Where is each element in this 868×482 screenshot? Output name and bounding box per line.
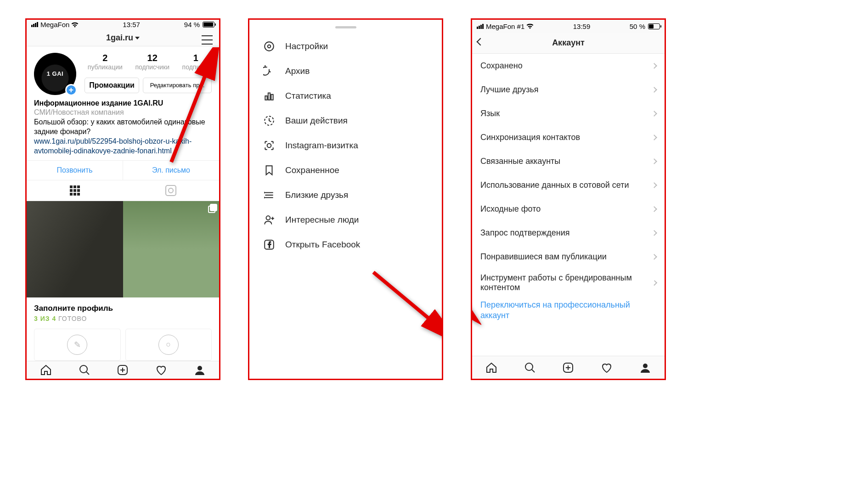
profile-header: 1gai.ru <box>27 30 219 46</box>
hamburger-menu-button[interactable] <box>202 35 213 45</box>
following-label: подписки <box>182 63 210 71</box>
posts-grid <box>27 201 219 297</box>
tab-tagged[interactable] <box>123 180 220 201</box>
screen-profile: MegaFon 13:57 94 % 1gai.ru 1 GAI + 2 пуб… <box>25 18 220 380</box>
menu-item-bookmark[interactable]: Сохраненное <box>249 158 442 183</box>
menu-item-gear[interactable]: Настройки <box>249 34 442 59</box>
signal-icon <box>31 21 39 28</box>
card-icon: ○ <box>158 335 179 355</box>
menu-item-label: Сохраненное <box>285 165 339 175</box>
settings-item[interactable]: Использование данных в сотовой сети <box>472 173 665 197</box>
svg-line-25 <box>373 272 443 341</box>
status-bar: MegaFon #1 13:59 50 % <box>472 20 665 33</box>
settings-item[interactable]: Лучшие друзья <box>472 78 665 101</box>
annotation-arrow-icon <box>369 268 443 350</box>
home-icon[interactable] <box>40 364 52 376</box>
carrier-label: MegaFon <box>40 21 69 28</box>
post-thumbnail[interactable] <box>123 201 220 297</box>
settings-item[interactable]: Понравившиеся вам публикации <box>472 245 665 269</box>
back-button[interactable] <box>477 38 485 46</box>
stats-icon <box>263 90 275 102</box>
settings-item[interactable]: Инструмент работы с брендированным конте… <box>472 269 665 297</box>
settings-header: Аккаунт <box>472 33 665 54</box>
following-count: 1 <box>182 53 210 63</box>
settings-item-label: Исходные фото <box>480 204 541 214</box>
complete-card[interactable]: ✎ <box>34 329 121 361</box>
svg-rect-11 <box>268 93 270 100</box>
chevron-right-icon <box>651 111 657 117</box>
bio-link[interactable]: www.1gai.ru/publ/522954-bolshoj-obzor-u-… <box>34 137 212 156</box>
menu-item-closefriends[interactable]: Близкие друзья <box>249 183 442 207</box>
archive-icon <box>263 65 275 77</box>
avatar[interactable]: 1 GAI + <box>34 53 76 95</box>
promotions-button[interactable]: Промоакции <box>85 78 139 93</box>
settings-item-label: Язык <box>480 109 500 118</box>
menu-item-nametag[interactable]: Instagram-визитка <box>249 133 442 158</box>
menu-item-facebook[interactable]: Открыть Facebook <box>249 232 442 257</box>
discover-icon <box>263 214 275 226</box>
status-bar: MegaFon 13:57 94 % <box>27 20 219 30</box>
bio-section: Информационное издание 1GAI.RU СМИ/Новос… <box>27 93 219 156</box>
activity-heart-icon[interactable] <box>155 364 167 376</box>
settings-item[interactable]: Исходные фото <box>472 197 665 221</box>
search-icon[interactable] <box>524 362 536 374</box>
add-story-icon[interactable]: + <box>65 84 77 96</box>
followers-count: 12 <box>135 53 169 63</box>
complete-card[interactable]: ○ <box>125 329 212 361</box>
sheet-handle[interactable] <box>335 26 356 28</box>
complete-progress: 3 ИЗ 4 ГОТОВО <box>34 315 212 322</box>
username-dropdown[interactable]: 1gai.ru <box>106 33 140 43</box>
svg-point-20 <box>266 216 271 220</box>
add-post-icon[interactable] <box>562 362 574 374</box>
profile-tab-icon[interactable] <box>194 364 206 376</box>
settings-item[interactable]: Синхронизация контактов <box>472 125 665 149</box>
svg-point-5 <box>197 366 202 370</box>
battery-pct: 50 % <box>630 22 645 30</box>
email-button[interactable]: Эл. письмо <box>123 161 219 180</box>
search-icon[interactable] <box>79 364 90 376</box>
edit-profile-button[interactable]: Редактировать пр... <box>143 78 212 93</box>
chevron-right-icon <box>651 135 657 140</box>
activity-heart-icon[interactable] <box>601 362 613 374</box>
menu-item-discover[interactable]: Интересные люди <box>249 207 442 232</box>
tab-grid[interactable] <box>27 180 123 201</box>
add-post-icon[interactable] <box>117 364 129 376</box>
menu-item-label: Ваши действия <box>285 116 348 126</box>
facebook-icon <box>263 239 275 251</box>
home-icon[interactable] <box>485 362 497 374</box>
chevron-right-icon <box>651 158 657 164</box>
chevron-down-icon <box>135 37 140 39</box>
menu-item-archive[interactable]: Архив <box>249 59 442 84</box>
profile-tab-icon[interactable] <box>639 362 651 374</box>
chevron-right-icon <box>651 63 657 69</box>
nametag-icon <box>263 140 275 151</box>
chevron-right-icon <box>651 182 657 188</box>
wifi-icon <box>526 23 534 29</box>
settings-item[interactable]: Связанные аккаунты <box>472 149 665 173</box>
call-button[interactable]: Позвонить <box>27 161 123 180</box>
menu-item-label: Статистика <box>285 91 331 101</box>
username-label: 1gai.ru <box>106 33 133 43</box>
screen-menu-sheet: НастройкиАрхивСтатистикаВаши действияIns… <box>248 18 443 380</box>
closefriends-icon <box>263 189 275 201</box>
activity-icon <box>263 115 275 127</box>
settings-item[interactable]: Сохранено <box>472 54 665 78</box>
post-thumbnail[interactable] <box>27 201 123 297</box>
svg-marker-19 <box>264 196 265 198</box>
posts-count: 2 <box>88 53 123 63</box>
switch-professional-link[interactable]: Переключиться на профессиональный аккаун… <box>472 297 665 323</box>
settings-item[interactable]: Запрос подтверждения <box>472 221 665 245</box>
settings-item-label: Синхронизация контактов <box>480 133 580 142</box>
svg-point-9 <box>268 45 271 48</box>
settings-item-label: Использование данных в сотовой сети <box>480 180 629 190</box>
bookmark-icon <box>263 164 275 176</box>
complete-title: Заполните профиль <box>34 304 212 313</box>
profile-category: СМИ/Новостная компания <box>34 108 212 118</box>
menu-item-label: Открыть Facebook <box>285 240 360 250</box>
menu-item-activity[interactable]: Ваши действия <box>249 108 442 133</box>
settings-item-label: Инструмент работы с брендированным конте… <box>480 273 653 292</box>
menu-item-label: Настройки <box>285 41 328 51</box>
svg-point-26 <box>525 363 533 370</box>
settings-item[interactable]: Язык <box>472 101 665 125</box>
menu-item-stats[interactable]: Статистика <box>249 84 442 108</box>
